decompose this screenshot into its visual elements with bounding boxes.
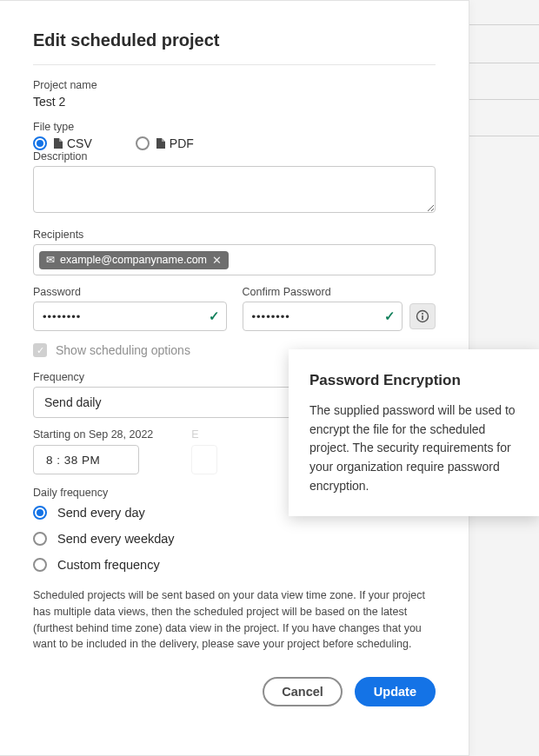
file-icon — [156, 138, 165, 149]
project-name-label: Project name — [33, 79, 436, 91]
file-type-group: CSV PDF — [33, 136, 436, 150]
password-label: Password — [33, 286, 227, 298]
recipients-input[interactable]: ✉ example@companyname.com ✕ — [33, 244, 436, 275]
check-icon: ✓ — [209, 308, 220, 324]
ending-time-input[interactable] — [191, 445, 217, 474]
update-button[interactable]: Update — [355, 677, 436, 706]
starting-time-value: 8 : 38 PM — [46, 454, 100, 467]
svg-point-1 — [422, 313, 423, 315]
envelope-icon: ✉ — [46, 254, 55, 266]
description-input[interactable] — [33, 166, 436, 213]
background-rows — [469, 0, 539, 174]
svg-rect-2 — [422, 315, 423, 320]
radio-csv[interactable] — [33, 136, 47, 150]
timezone-note: Scheduled projects will be sent based on… — [33, 587, 436, 653]
daily-option-weekday[interactable]: Send every weekday — [33, 532, 436, 546]
ending-on-label: E — [191, 428, 217, 441]
dialog-title: Edit scheduled project — [33, 30, 436, 50]
checkbox-icon: ✓ — [33, 343, 47, 357]
file-type-label: File type — [33, 121, 436, 133]
project-name-value: Test 2 — [33, 95, 436, 109]
dialog-actions: Cancel Update — [33, 677, 436, 706]
check-icon: ✓ — [384, 308, 396, 324]
file-type-csv[interactable]: CSV — [33, 136, 92, 150]
radio-weekday[interactable] — [33, 532, 47, 546]
cancel-button[interactable]: Cancel — [263, 677, 343, 706]
recipients-label: Recipients — [33, 229, 436, 241]
password-info-button[interactable] — [409, 303, 436, 329]
description-label: Description — [33, 150, 436, 162]
starting-on-label: Starting on Sep 28, 2022 — [33, 428, 153, 441]
tooltip-body: The supplied password will be used to en… — [309, 401, 518, 495]
csv-label: CSV — [67, 136, 92, 150]
file-type-pdf[interactable]: PDF — [136, 136, 194, 150]
custom-label: Custom frequency — [57, 558, 160, 572]
daily-option-custom[interactable]: Custom frequency — [33, 558, 436, 572]
remove-recipient-icon[interactable]: ✕ — [212, 254, 222, 267]
info-icon — [416, 309, 429, 323]
radio-everyday[interactable] — [33, 506, 47, 520]
frequency-value: Send daily — [44, 395, 101, 409]
radio-pdf[interactable] — [136, 136, 150, 150]
file-icon — [54, 138, 63, 149]
show-scheduling-label: Show scheduling options — [56, 343, 190, 357]
recipient-chip[interactable]: ✉ example@companyname.com ✕ — [39, 251, 229, 269]
weekday-label: Send every weekday — [57, 532, 175, 546]
divider — [33, 64, 436, 65]
radio-custom[interactable] — [33, 558, 47, 572]
password-encryption-tooltip: Password Encryption The supplied passwor… — [289, 349, 539, 516]
recipient-email: example@companyname.com — [60, 254, 207, 266]
starting-time-input[interactable]: 8 : 38 PM — [33, 445, 139, 474]
confirm-password-label: Confirm Password — [243, 286, 436, 298]
everyday-label: Send every day — [57, 506, 145, 520]
tooltip-title: Password Encryption — [309, 372, 518, 389]
pdf-label: PDF — [170, 136, 194, 150]
password-input[interactable] — [33, 302, 227, 331]
confirm-password-input[interactable] — [243, 302, 403, 331]
